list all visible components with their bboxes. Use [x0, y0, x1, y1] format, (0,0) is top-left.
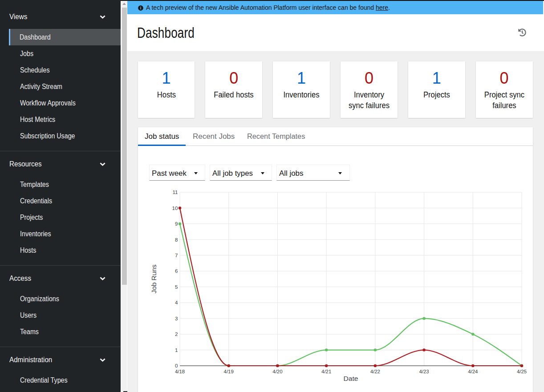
- svg-text:6: 6: [175, 268, 178, 274]
- svg-text:5: 5: [175, 284, 178, 290]
- svg-text:4/21: 4/21: [321, 369, 331, 374]
- svg-text:8: 8: [175, 237, 178, 242]
- svg-text:10: 10: [172, 205, 178, 211]
- svg-text:0: 0: [175, 363, 178, 368]
- svg-text:4/24: 4/24: [468, 369, 478, 374]
- svg-text:4/22: 4/22: [370, 369, 380, 374]
- svg-text:4/19: 4/19: [224, 369, 234, 374]
- svg-text:4/20: 4/20: [272, 369, 282, 374]
- svg-text:7: 7: [175, 252, 178, 258]
- svg-text:4/25: 4/25: [517, 369, 527, 374]
- svg-text:Job Runs: Job Runs: [150, 265, 158, 294]
- svg-text:2: 2: [175, 331, 178, 337]
- svg-text:Date: Date: [344, 375, 358, 382]
- svg-text:11: 11: [172, 189, 178, 195]
- svg-text:3: 3: [175, 315, 178, 321]
- svg-text:4/18: 4/18: [175, 369, 185, 374]
- svg-text:4: 4: [175, 299, 178, 305]
- svg-text:1: 1: [175, 347, 178, 353]
- svg-text:4/23: 4/23: [419, 369, 429, 374]
- svg-text:9: 9: [175, 221, 178, 226]
